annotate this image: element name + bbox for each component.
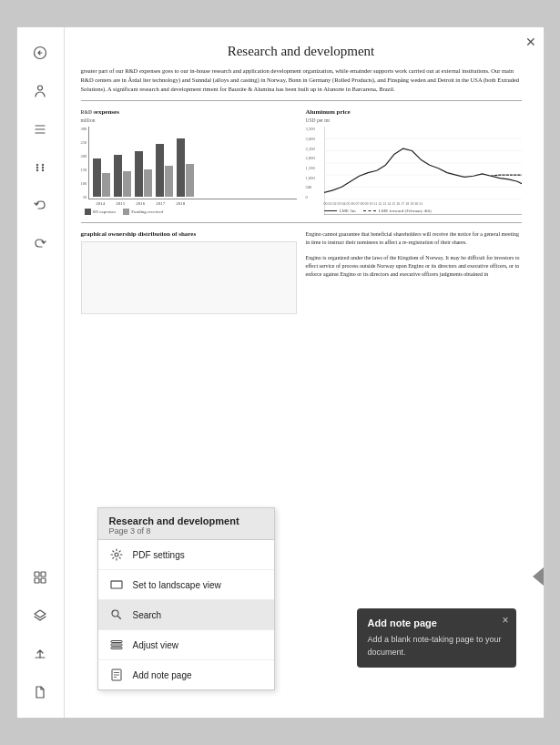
tooltip-popup: × Add note page Add a blank note-taking … bbox=[357, 608, 516, 668]
line-chart-subtitle: USD per mt bbox=[306, 117, 522, 123]
charts-section: R&D eexpenses million 300 250 200 150 10… bbox=[81, 108, 522, 215]
context-menu: Research and development Page 3 of 8 PDF… bbox=[97, 507, 275, 690]
svg-rect-7 bbox=[35, 572, 39, 577]
line-chart-title: Aluminum price bbox=[306, 108, 522, 116]
menu-item-landscape-label: Set to landscape view bbox=[133, 580, 221, 590]
svg-point-19 bbox=[115, 553, 118, 556]
line-chart-svg bbox=[324, 127, 522, 214]
svg-rect-22 bbox=[111, 641, 122, 643]
svg-point-3 bbox=[36, 169, 38, 171]
tooltip-text: Add a blank note-taking page to your doc… bbox=[368, 634, 505, 658]
svg-rect-9 bbox=[35, 578, 39, 583]
bar-chart-block: R&D eexpenses million 300 250 200 150 10… bbox=[81, 108, 297, 215]
adjust-icon bbox=[109, 638, 124, 652]
tooltip-close-button[interactable]: × bbox=[502, 614, 508, 627]
menu-item-search-label: Search bbox=[133, 610, 162, 620]
page-title: Research and development bbox=[81, 44, 522, 59]
sidebar-icon-export[interactable] bbox=[24, 638, 56, 670]
svg-point-4 bbox=[42, 169, 44, 171]
menu-header-subtitle: Page 3 of 8 bbox=[109, 526, 263, 536]
bottom-right-p2: Engino is organized under the laws of th… bbox=[306, 254, 522, 279]
menu-item-landscape[interactable]: Set to landscape view bbox=[98, 570, 274, 600]
menu-item-add-note-label: Add note page bbox=[133, 670, 192, 680]
svg-rect-20 bbox=[111, 581, 122, 588]
bottom-left-heading: graphical ownership distribution of shar… bbox=[81, 230, 297, 238]
sidebar-icon-file[interactable] bbox=[24, 676, 56, 709]
svg-point-2 bbox=[42, 164, 44, 166]
sidebar-icon-undo[interactable] bbox=[24, 189, 56, 222]
svg-point-6 bbox=[42, 167, 44, 168]
bar-chart-title: R&D eexpenses bbox=[81, 108, 297, 116]
svg-rect-24 bbox=[111, 648, 122, 649]
line-chart-block: Aluminum price USD per mt 3,500 3,000 2,… bbox=[306, 108, 522, 215]
menu-item-add-note[interactable]: Add note page bbox=[98, 660, 274, 689]
gear-icon bbox=[109, 547, 124, 562]
note-icon bbox=[109, 668, 124, 682]
sidebar bbox=[17, 27, 65, 718]
bottom-right: Engino cannot guarantee that beneficial … bbox=[306, 230, 522, 314]
menu-item-adjust[interactable]: Adjust view bbox=[98, 630, 274, 660]
sidebar-icon-grid[interactable] bbox=[24, 561, 56, 594]
menu-header: Research and development Page 3 of 8 bbox=[98, 508, 274, 540]
menu-item-pdf-settings[interactable]: PDF settings bbox=[98, 540, 274, 570]
bar-chart-legend: SD expenses Funding received bbox=[81, 209, 297, 215]
bar-chart bbox=[88, 127, 296, 199]
y-axis-labels: 3,500 3,000 2,500 2,000 1,500 1,000 500 … bbox=[306, 127, 317, 199]
sidebar-icon-layers[interactable] bbox=[24, 599, 56, 632]
page-area: ✕ Research and development greater part … bbox=[65, 27, 544, 718]
menu-header-title: Research and development bbox=[109, 515, 263, 526]
bottom-section: graphical ownership distribution of shar… bbox=[81, 230, 522, 314]
landscape-icon bbox=[109, 577, 124, 592]
sidebar-icon-user[interactable] bbox=[24, 75, 56, 107]
svg-point-5 bbox=[36, 167, 38, 168]
search-icon bbox=[109, 607, 124, 622]
bar-labels: 2014 2015 2016 2017 2018 bbox=[88, 201, 296, 206]
tooltip-title: Add note page bbox=[368, 617, 505, 628]
close-button[interactable]: ✕ bbox=[525, 35, 536, 50]
bottom-left: graphical ownership distribution of shar… bbox=[81, 230, 297, 314]
svg-point-21 bbox=[112, 610, 118, 617]
main-content: ✕ Research and development greater part … bbox=[65, 27, 544, 718]
svg-rect-10 bbox=[41, 578, 46, 583]
line-chart-container: 3,500 3,000 2,500 2,000 1,500 1,000 500 … bbox=[306, 127, 522, 199]
menu-item-search[interactable]: Search bbox=[98, 600, 274, 630]
sidebar-icon-dots[interactable] bbox=[24, 151, 56, 184]
svg-rect-23 bbox=[111, 644, 122, 646]
sidebar-icon-redo[interactable] bbox=[24, 228, 56, 260]
page-body-text: greater part of our R&D expenses goes to… bbox=[81, 66, 522, 93]
sidebar-icon-menu[interactable] bbox=[24, 113, 56, 146]
svg-point-1 bbox=[36, 164, 38, 166]
menu-item-pdf-settings-label: PDF settings bbox=[133, 550, 185, 560]
bar-chart-subtitle: million bbox=[81, 117, 297, 123]
bottom-right-p1: Engino cannot guarantee that beneficial … bbox=[306, 230, 522, 247]
page-triangle bbox=[533, 567, 544, 586]
menu-item-adjust-label: Adjust view bbox=[133, 640, 179, 650]
svg-rect-8 bbox=[41, 572, 46, 577]
sidebar-icon-back[interactable] bbox=[24, 36, 56, 69]
